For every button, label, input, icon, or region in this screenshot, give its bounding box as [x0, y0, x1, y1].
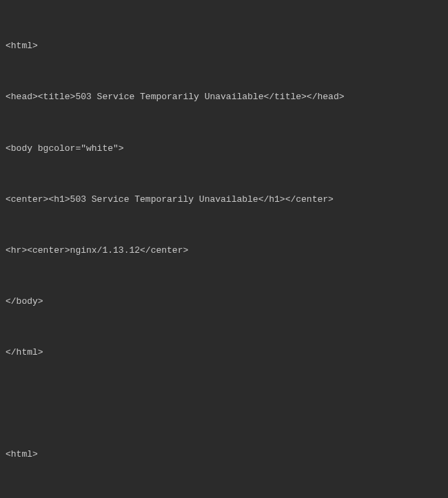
- code-line: <hr><center>nginx/1.13.12</center>: [6, 242, 442, 260]
- code-line: </body>: [6, 293, 442, 311]
- code-line: <head><title>503 Service Temporarily Una…: [6, 89, 442, 106]
- code-output: <html> <head><title>503 Service Temporar…: [6, 4, 442, 498]
- blank-line: [6, 395, 442, 413]
- code-line: <center><h1>503 Service Temporarily Unav…: [6, 191, 442, 209]
- code-line: </html>: [6, 344, 442, 362]
- code-line: <html>: [6, 446, 442, 464]
- code-line: <html>: [6, 38, 442, 55]
- code-line: <body bgcolor="white">: [6, 141, 442, 158]
